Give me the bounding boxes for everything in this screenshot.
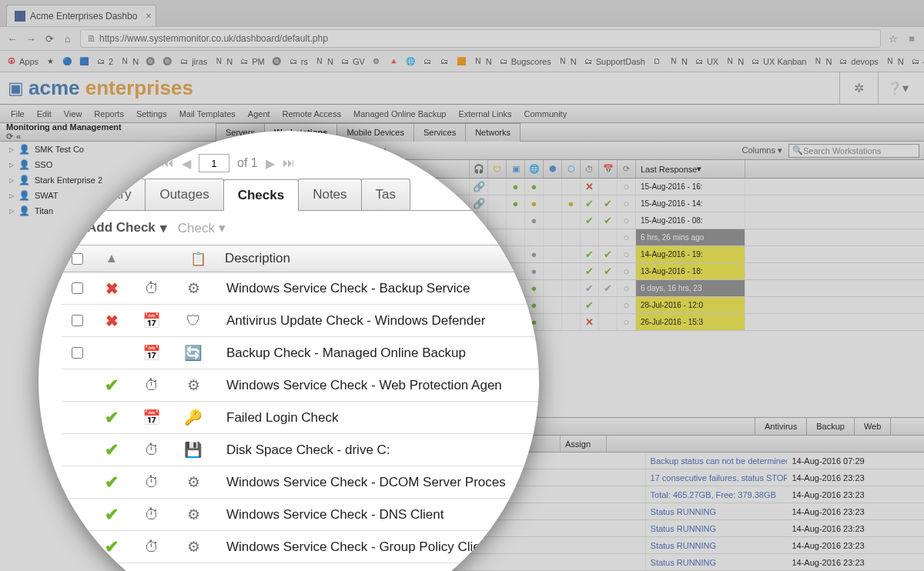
checks-tab[interactable]: Outages xyxy=(145,179,223,210)
col-icon[interactable]: 📅 xyxy=(599,160,618,178)
col-icon[interactable]: 🛡 xyxy=(488,160,507,178)
col-icon[interactable]: 🌐 xyxy=(525,160,544,178)
bookmark-item[interactable]: 🗂GV xyxy=(340,56,365,67)
check-dropdown[interactable]: Check ▾ xyxy=(178,220,226,236)
col-icon[interactable]: ⏱ xyxy=(581,160,599,178)
menu-item[interactable]: External Links xyxy=(452,109,517,119)
bookmark-item[interactable]: NN xyxy=(668,56,688,67)
bookmark-item[interactable]: 🗂devops xyxy=(838,56,878,67)
reload-icon[interactable]: ⟳ xyxy=(43,33,55,45)
check-row[interactable]: ✔⏱⚙Windows Service Check - DNS Client xyxy=(62,499,539,531)
col-icon[interactable]: ⬡ xyxy=(562,160,581,178)
bookmark-item[interactable]: NN xyxy=(314,56,333,67)
menu-item[interactable]: Remote Access xyxy=(276,109,347,119)
menu-item[interactable]: Reports xyxy=(88,109,130,119)
menu-item[interactable]: View xyxy=(58,109,89,119)
bookmark-item[interactable]: NN xyxy=(557,56,577,67)
menu-item[interactable]: Mail Templates xyxy=(173,109,242,119)
bookmark-item[interactable]: ⚙ xyxy=(371,56,382,67)
bookmark-item[interactable]: 🗂rs xyxy=(288,56,308,67)
menu-item[interactable]: File xyxy=(5,109,31,119)
browser-tab[interactable]: Acme Enterprises Dashbo × xyxy=(6,5,156,26)
bookmark-item[interactable]: 🌐 xyxy=(405,56,416,67)
bookmark-item[interactable]: NN xyxy=(119,56,139,67)
search-input[interactable]: 🔍 Search Workstations xyxy=(788,144,919,158)
checks-tab[interactable]: Checks xyxy=(223,179,299,211)
check-row[interactable]: ✔⏱⚙Windows Service Check - Web Protectio… xyxy=(62,369,539,402)
bookmark-item[interactable]: NN xyxy=(812,56,832,67)
row-checkbox[interactable] xyxy=(62,282,92,294)
bookmark-item[interactable]: 🗂 xyxy=(439,56,450,67)
bookmark-item[interactable]: 🗂 xyxy=(422,56,433,67)
check-row[interactable]: ✔⏱⚙Windows Service Check - DCOM Server P… xyxy=(62,466,539,499)
pager-last[interactable]: ⏭ xyxy=(283,156,295,170)
bookmark-item[interactable]: NN xyxy=(725,56,744,67)
bookmark-item[interactable]: NN xyxy=(213,56,233,67)
check-row[interactable]: ✖📅🛡Antivirus Update Check - Windows Defe… xyxy=(62,305,539,337)
close-icon[interactable]: × xyxy=(146,11,151,22)
check-row[interactable]: ✖⏱⚙Windows Service Check - Backup Servic… xyxy=(62,272,539,305)
bookmark-item[interactable]: 🗂Bugscores xyxy=(498,56,551,67)
detail-tab[interactable]: Backup xyxy=(806,418,855,435)
refresh-icon[interactable]: ⟳ xyxy=(6,132,13,142)
bookmark-item[interactable]: 🗂UX xyxy=(694,56,718,67)
forward-icon[interactable]: → xyxy=(25,33,37,45)
view-tab[interactable]: Networks xyxy=(465,123,521,142)
bookmark-item[interactable]: NN xyxy=(885,56,904,67)
menu-icon[interactable]: ≡ xyxy=(906,33,918,45)
bookmark-item[interactable]: 🗂UX Kanban xyxy=(750,56,806,67)
bookmark-item[interactable]: 🔘 xyxy=(162,56,172,67)
address-bar[interactable]: 🗎 https://www.systemmonitor.co.uk/dashbo… xyxy=(80,29,881,48)
menu-item[interactable]: Managed Online Backup xyxy=(347,109,452,119)
check-row[interactable]: ✔⏱💾Disk Space Check - drive C: xyxy=(62,434,539,466)
menu-item[interactable]: Settings xyxy=(130,109,173,119)
refresh-button[interactable]: ✲ xyxy=(839,72,878,105)
check-row[interactable]: 📅🔄Backup Check - Managed Online Backup xyxy=(62,337,539,369)
col-icon[interactable]: ⟳ xyxy=(618,160,636,178)
pager-next[interactable]: ▶ xyxy=(266,156,275,171)
col-notes-icon[interactable]: 📋 xyxy=(177,251,219,267)
bookmark-item[interactable]: 🗋 xyxy=(651,56,662,67)
bookmark-item[interactable]: 🟦 xyxy=(79,56,89,67)
check-row[interactable]: ✔📅🔑Failed Login Check xyxy=(62,402,539,434)
columns-dropdown[interactable]: Columns ▾ xyxy=(742,145,782,155)
row-checkbox[interactable] xyxy=(62,315,92,326)
bookmark-item[interactable]: 🗂jiras xyxy=(179,56,207,67)
collapse-icon[interactable]: « xyxy=(16,132,21,142)
checks-tab[interactable]: Tas xyxy=(361,179,410,210)
pager-input[interactable] xyxy=(199,154,229,172)
col-icon[interactable]: ▣ xyxy=(507,160,525,178)
col-assign[interactable]: Assign xyxy=(561,436,607,452)
menu-item[interactable]: Edit xyxy=(31,109,58,119)
bookmark-item[interactable]: 🔘 xyxy=(145,56,156,67)
col-description[interactable]: Description xyxy=(219,251,539,266)
bookmark-item[interactable]: 🟧 xyxy=(456,56,467,67)
status-icon xyxy=(599,179,618,195)
pager-prev[interactable]: ◀ xyxy=(182,156,191,171)
view-tab[interactable]: Services xyxy=(413,123,466,142)
bookmark-item[interactable]: 🗂2 xyxy=(95,56,113,67)
bookmark-item[interactable]: 🔘 xyxy=(271,56,282,67)
help-button[interactable]: ❔▾ xyxy=(878,72,916,105)
detail-tab[interactable]: Antivirus xyxy=(755,418,807,435)
detail-tab[interactable]: Web xyxy=(854,418,891,435)
col-sort[interactable]: ▲ xyxy=(92,251,131,266)
bookmark-item[interactable]: 🔺 xyxy=(388,56,399,67)
col-icon[interactable]: ⬢ xyxy=(544,160,562,178)
bookmark-item[interactable]: 🗂4sq xyxy=(910,56,924,67)
bookmark-item[interactable]: 🗂PM xyxy=(239,56,265,67)
bookmark-item[interactable]: 🗂SupportDash xyxy=(583,56,645,67)
status-icon: ○ xyxy=(618,212,636,229)
checks-tab[interactable]: Notes xyxy=(298,179,361,210)
bookmark-item[interactable]: ★ xyxy=(45,56,55,67)
star-icon[interactable]: ☆ xyxy=(887,33,899,45)
menu-item[interactable]: Community xyxy=(518,109,574,119)
bookmark-item[interactable]: NN xyxy=(473,56,492,67)
col-last[interactable]: Last Response ▾ xyxy=(636,160,745,178)
home-icon[interactable]: ⌂ xyxy=(62,33,74,45)
col-icon[interactable]: 🎧 xyxy=(470,160,488,178)
back-icon[interactable]: ← xyxy=(6,33,18,45)
menu-item[interactable]: Agent xyxy=(242,109,276,119)
row-checkbox[interactable] xyxy=(62,347,92,359)
bookmark-item[interactable]: 🔵 xyxy=(62,56,72,67)
